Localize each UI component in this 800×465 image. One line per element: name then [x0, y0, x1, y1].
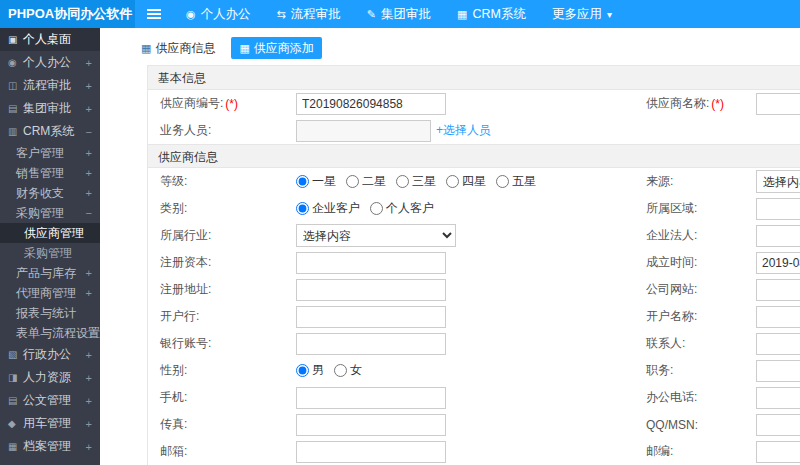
form-row: 注册资本: 成立时间:	[148, 249, 800, 276]
tab-supplier-add[interactable]: ▦ 供应商添加	[231, 37, 321, 59]
expand-plus-icon[interactable]: +	[86, 441, 92, 453]
sidebar-item-human-resources[interactable]: ◨ 人力资源 +	[0, 366, 100, 389]
grid-plus-icon: ▦	[239, 42, 249, 55]
level-radio-5[interactable]	[496, 175, 509, 188]
collapse-minus-icon[interactable]: −	[86, 126, 92, 138]
category-option-company[interactable]: 企业客户	[296, 200, 360, 217]
level-option-4[interactable]: 四星	[446, 173, 486, 190]
expand-plus-icon[interactable]: +	[86, 395, 92, 407]
level-option-5[interactable]: 五星	[496, 173, 536, 190]
sidebar-item-vehicle-management[interactable]: ◆ 用车管理 +	[0, 412, 100, 435]
sidebar-item-procurement-management[interactable]: 采购管理 −	[0, 203, 100, 223]
supplier-form-panel: 基本信息 供应商编号: (*) 供应商名称: (*)	[147, 65, 800, 465]
level-radio-1[interactable]	[296, 175, 309, 188]
field-label: 业务人员:	[160, 122, 211, 139]
region-input[interactable]	[756, 198, 800, 220]
sidebar-item-personal-office[interactable]: ◉ 个人办公 +	[0, 51, 100, 74]
level-radio-3[interactable]	[396, 175, 409, 188]
category-radio-personal[interactable]	[370, 202, 383, 215]
expand-plus-icon[interactable]: +	[86, 187, 92, 199]
qq-msn-input[interactable]	[756, 414, 800, 436]
registered-capital-input[interactable]	[296, 252, 446, 274]
gender-option-female[interactable]: 女	[334, 362, 362, 379]
position-input[interactable]	[756, 360, 800, 382]
field-cell: 企业客户 个人客户	[296, 200, 646, 217]
field-label-cell: 成立时间:	[646, 254, 756, 271]
field-label: 成立时间:	[646, 254, 697, 271]
edit-icon: ✎	[367, 8, 376, 21]
bank-account-input[interactable]	[296, 333, 446, 355]
contact-input[interactable]	[756, 333, 800, 355]
gender-radio-female[interactable]	[334, 364, 347, 377]
expand-plus-icon[interactable]: +	[86, 167, 92, 179]
level-option-2[interactable]: 二星	[346, 173, 386, 190]
zipcode-input[interactable]	[756, 441, 800, 463]
sidebar-item-personal-desktop[interactable]: ▣ 个人桌面	[0, 28, 100, 51]
field-label-cell: QQ/MSN:	[646, 418, 756, 432]
sidebar-item-agent-management[interactable]: 代理商管理 +	[0, 283, 100, 303]
sidebar-item-label: 行政办公	[23, 346, 71, 363]
sales-person-input[interactable]	[296, 120, 431, 142]
hamburger-menu-button[interactable]	[135, 0, 173, 28]
sidebar-item-group-approval[interactable]: ▤ 集团审批 +	[0, 97, 100, 120]
expand-plus-icon[interactable]: +	[86, 147, 92, 159]
expand-plus-icon[interactable]: +	[86, 57, 92, 69]
fax-input[interactable]	[296, 414, 446, 436]
registered-address-input[interactable]	[296, 279, 446, 301]
choose-person-link[interactable]: +选择人员	[436, 122, 491, 139]
topnav-group-approval[interactable]: ✎ 集团审批	[354, 0, 444, 28]
field-cell	[296, 387, 646, 409]
gender-radio-male[interactable]	[296, 364, 309, 377]
sidebar-item-product-inventory[interactable]: 产品与库存 +	[0, 263, 100, 283]
topnav-crm-system[interactable]: ▦ CRM系统	[444, 0, 539, 28]
collapse-minus-icon[interactable]: −	[86, 207, 92, 219]
category-radio-company[interactable]	[296, 202, 309, 215]
sidebar-item-reports-statistics[interactable]: 报表与统计	[0, 303, 100, 323]
field-label: 注册地址:	[160, 281, 211, 298]
website-input[interactable]	[756, 279, 800, 301]
office-phone-input[interactable]	[756, 387, 800, 409]
sidebar-item-crm-system[interactable]: ▥ CRM系统 −	[0, 120, 100, 143]
topnav-personal-office[interactable]: ◉ 个人办公	[173, 0, 264, 28]
topnav-workflow-approval[interactable]: ⇆ 流程审批	[264, 0, 354, 28]
established-date-input[interactable]	[756, 252, 800, 274]
expand-plus-icon[interactable]: +	[86, 267, 92, 279]
category-option-personal[interactable]: 个人客户	[370, 200, 434, 217]
email-input[interactable]	[296, 441, 446, 463]
sidebar-item-archive-management[interactable]: ▦ 档案管理 +	[0, 435, 100, 458]
sidebar-item-document-management[interactable]: ▤ 公文管理 +	[0, 389, 100, 412]
sidebar-item-workflow-approval[interactable]: ◫ 流程审批 +	[0, 74, 100, 97]
sidebar-item-admin-office[interactable]: ▧ 行政办公 +	[0, 343, 100, 366]
tab-supplier-info[interactable]: ▦ 供应商信息	[133, 37, 223, 59]
field-label-cell: 所属区域:	[646, 200, 756, 217]
level-radio-2[interactable]	[346, 175, 359, 188]
expand-plus-icon[interactable]: +	[86, 372, 92, 384]
supplier-no-input[interactable]	[296, 93, 446, 115]
legal-person-input[interactable]	[756, 225, 800, 247]
expand-plus-icon[interactable]: +	[86, 287, 92, 299]
gender-option-male[interactable]: 男	[296, 362, 324, 379]
source-select[interactable]: 选择内容	[756, 170, 800, 193]
account-name-input[interactable]	[756, 306, 800, 328]
expand-plus-icon[interactable]: +	[86, 103, 92, 115]
topnav-more-apps[interactable]: 更多应用 ▾	[539, 0, 625, 28]
sidebar-item-supplier-management[interactable]: 供应商管理	[0, 223, 100, 243]
sidebar-item-sales-management[interactable]: 销售管理 +	[0, 163, 100, 183]
mobile-input[interactable]	[296, 387, 446, 409]
level-option-1[interactable]: 一星	[296, 173, 336, 190]
sidebar-item-finance[interactable]: 财务收支 +	[0, 183, 100, 203]
expand-plus-icon[interactable]: +	[86, 418, 92, 430]
sidebar-item-purchase-management[interactable]: 采购管理	[0, 243, 100, 263]
bank-input[interactable]	[296, 306, 446, 328]
chevron-down-icon: ▾	[607, 9, 612, 20]
expand-plus-icon[interactable]: +	[86, 80, 92, 92]
expand-plus-icon[interactable]: +	[86, 349, 92, 361]
level-option-3[interactable]: 三星	[396, 173, 436, 190]
industry-select[interactable]: 选择内容	[296, 224, 456, 247]
sidebar-item-label: 个人办公	[23, 54, 71, 71]
level-radio-4[interactable]	[446, 175, 459, 188]
sidebar-item-form-workflow-settings[interactable]: 表单与流程设置 +	[0, 323, 100, 343]
field-cell	[296, 252, 646, 274]
supplier-name-input[interactable]	[756, 93, 800, 115]
sidebar-item-customer-management[interactable]: 客户管理 +	[0, 143, 100, 163]
